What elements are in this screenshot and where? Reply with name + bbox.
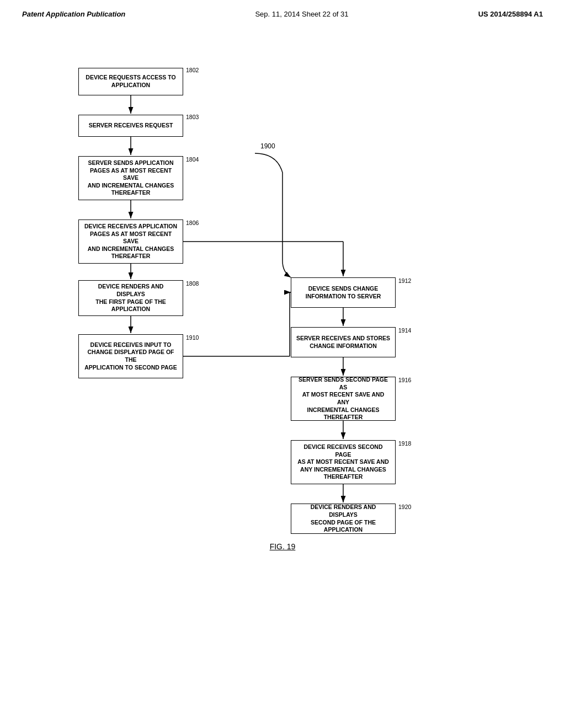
label-1916: 1916 (398, 377, 411, 383)
box-1920: DEVICE RENDERS AND DISPLAYSSECOND PAGE O… (291, 504, 396, 534)
label-1918: 1918 (398, 440, 411, 447)
label-1912: 1912 (398, 277, 411, 284)
label-1802: 1802 (186, 67, 199, 73)
box-1916: SERVER SENDS SECOND PAGE ASAT MOST RECEN… (291, 377, 396, 421)
label-1900: 1900 (260, 142, 275, 150)
diagram-area: 1802 DEVICE REQUESTS ACCESS TOAPPLICATIO… (0, 24, 565, 562)
header-left: Patent Application Publication (22, 10, 125, 18)
label-1914: 1914 (398, 327, 411, 334)
box-1802: DEVICE REQUESTS ACCESS TOAPPLICATION (78, 68, 183, 95)
box-1912: DEVICE SENDS CHANGEINFORMATION TO SERVER (291, 277, 396, 308)
fig-caption: FIG. 19 (33, 542, 532, 551)
label-1910: 1910 (186, 334, 199, 341)
label-1808: 1808 (186, 280, 199, 287)
box-1910: DEVICE RECEIVES INPUT TOCHANGE DISPLAYED… (78, 334, 183, 378)
label-1803: 1803 (186, 114, 199, 120)
label-1920: 1920 (398, 504, 411, 510)
box-1918: DEVICE RECEIVES SECOND PAGEAS AT MOST RE… (291, 440, 396, 484)
flowchart-container: 1802 DEVICE REQUESTS ACCESS TOAPPLICATIO… (45, 35, 520, 531)
header-right: US 2014/258894 A1 (478, 10, 543, 18)
page-header: Patent Application Publication Sep. 11, … (0, 0, 565, 18)
box-1804: SERVER SENDS APPLICATIONPAGES AS AT MOST… (78, 156, 183, 200)
box-1803: SERVER RECEIVES REQUEST (78, 115, 183, 137)
header-center: Sep. 11, 2014 Sheet 22 of 31 (255, 10, 348, 18)
box-1914: SERVER RECEIVES AND STORESCHANGE INFORMA… (291, 327, 396, 357)
label-1804: 1804 (186, 156, 199, 163)
box-1806: DEVICE RECEIVES APPLICATIONPAGES AS AT M… (78, 220, 183, 264)
label-1806: 1806 (186, 220, 199, 226)
box-1808: DEVICE RENDERS AND DISPLAYSTHE FIRST PAG… (78, 280, 183, 316)
